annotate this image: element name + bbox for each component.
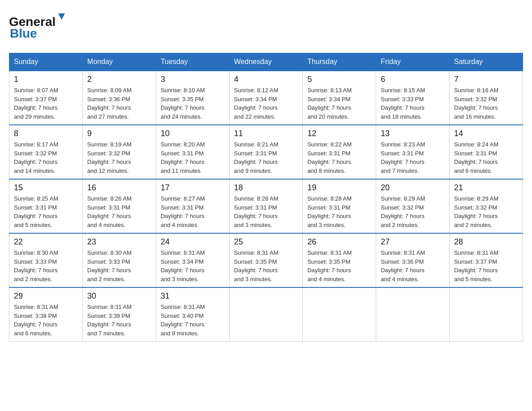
week-row-4: 22 Sunrise: 8:30 AM Sunset: 3:33 PM Dayl… <box>9 233 523 287</box>
calendar-cell: 16 Sunrise: 8:26 AM Sunset: 3:31 PM Dayl… <box>82 179 156 233</box>
day-number: 21 <box>454 183 518 193</box>
day-number: 7 <box>454 75 518 84</box>
day-number: 20 <box>381 183 445 193</box>
day-info: Sunrise: 8:22 AM Sunset: 3:31 PM Dayligh… <box>307 140 371 175</box>
day-info: Sunrise: 8:28 AM Sunset: 3:31 PM Dayligh… <box>307 194 371 229</box>
day-number: 30 <box>87 291 151 301</box>
day-number: 19 <box>307 183 371 193</box>
day-number: 4 <box>234 75 298 84</box>
day-info: Sunrise: 8:13 AM Sunset: 3:34 PM Dayligh… <box>307 86 371 121</box>
day-number: 3 <box>161 75 225 84</box>
calendar-cell: 19 Sunrise: 8:28 AM Sunset: 3:31 PM Dayl… <box>303 179 376 233</box>
day-number: 28 <box>454 237 518 247</box>
day-number: 24 <box>161 237 225 247</box>
calendar-cell: 6 Sunrise: 8:15 AM Sunset: 3:33 PM Dayli… <box>376 71 450 125</box>
day-info: Sunrise: 8:30 AM Sunset: 3:33 PM Dayligh… <box>87 248 151 283</box>
day-number: 18 <box>234 183 298 193</box>
day-info: Sunrise: 8:17 AM Sunset: 3:32 PM Dayligh… <box>14 140 78 175</box>
day-info: Sunrise: 8:31 AM Sunset: 3:35 PM Dayligh… <box>234 248 298 283</box>
day-info: Sunrise: 8:26 AM Sunset: 3:31 PM Dayligh… <box>87 194 151 229</box>
page-header: General Blue <box>9 9 523 44</box>
day-info: Sunrise: 8:31 AM Sunset: 3:37 PM Dayligh… <box>454 248 518 283</box>
day-number: 16 <box>87 183 151 193</box>
calendar-cell: 18 Sunrise: 8:28 AM Sunset: 3:31 PM Dayl… <box>229 179 303 233</box>
calendar-cell: 27 Sunrise: 8:31 AM Sunset: 3:36 PM Dayl… <box>376 233 450 287</box>
calendar-cell <box>376 287 450 342</box>
calendar-cell <box>303 287 376 342</box>
day-number: 29 <box>14 291 78 301</box>
day-number: 17 <box>161 183 225 193</box>
day-number: 6 <box>381 75 445 84</box>
weekday-friday: Friday <box>376 53 450 71</box>
day-number: 27 <box>381 237 445 247</box>
day-info: Sunrise: 8:19 AM Sunset: 3:32 PM Dayligh… <box>87 140 151 175</box>
day-number: 5 <box>307 75 371 84</box>
day-number: 15 <box>14 183 78 193</box>
calendar-cell: 5 Sunrise: 8:13 AM Sunset: 3:34 PM Dayli… <box>303 71 376 125</box>
calendar-cell: 1 Sunrise: 8:07 AM Sunset: 3:37 PM Dayli… <box>9 71 83 125</box>
weekday-saturday: Saturday <box>450 53 523 71</box>
weekday-thursday: Thursday <box>303 53 376 71</box>
day-number: 1 <box>14 75 78 84</box>
calendar-cell: 17 Sunrise: 8:27 AM Sunset: 3:31 PM Dayl… <box>156 179 229 233</box>
day-info: Sunrise: 8:16 AM Sunset: 3:32 PM Dayligh… <box>454 86 518 121</box>
weekday-sunday: Sunday <box>9 53 83 71</box>
day-number: 9 <box>87 129 151 138</box>
weekday-monday: Monday <box>82 53 156 71</box>
day-number: 12 <box>307 129 371 138</box>
week-row-2: 8 Sunrise: 8:17 AM Sunset: 3:32 PM Dayli… <box>9 125 523 179</box>
day-info: Sunrise: 8:27 AM Sunset: 3:31 PM Dayligh… <box>161 194 225 229</box>
calendar-cell: 11 Sunrise: 8:21 AM Sunset: 3:31 PM Dayl… <box>229 125 303 179</box>
calendar-cell: 4 Sunrise: 8:12 AM Sunset: 3:34 PM Dayli… <box>229 71 303 125</box>
day-number: 14 <box>454 129 518 138</box>
day-info: Sunrise: 8:20 AM Sunset: 3:31 PM Dayligh… <box>161 140 225 175</box>
day-number: 13 <box>381 129 445 138</box>
week-row-5: 29 Sunrise: 8:31 AM Sunset: 3:38 PM Dayl… <box>9 287 523 342</box>
calendar-cell: 7 Sunrise: 8:16 AM Sunset: 3:32 PM Dayli… <box>450 71 523 125</box>
calendar-cell: 10 Sunrise: 8:20 AM Sunset: 3:31 PM Dayl… <box>156 125 229 179</box>
day-info: Sunrise: 8:29 AM Sunset: 3:32 PM Dayligh… <box>454 194 518 229</box>
day-number: 26 <box>307 237 371 247</box>
calendar-cell: 9 Sunrise: 8:19 AM Sunset: 3:32 PM Dayli… <box>82 125 156 179</box>
calendar-cell: 26 Sunrise: 8:31 AM Sunset: 3:35 PM Dayl… <box>303 233 376 287</box>
logo: General Blue <box>9 9 67 44</box>
day-info: Sunrise: 8:28 AM Sunset: 3:31 PM Dayligh… <box>234 194 298 229</box>
calendar-cell: 15 Sunrise: 8:25 AM Sunset: 3:31 PM Dayl… <box>9 179 83 233</box>
calendar-cell: 8 Sunrise: 8:17 AM Sunset: 3:32 PM Dayli… <box>9 125 83 179</box>
day-info: Sunrise: 8:07 AM Sunset: 3:37 PM Dayligh… <box>14 86 78 121</box>
calendar-cell: 25 Sunrise: 8:31 AM Sunset: 3:35 PM Dayl… <box>229 233 303 287</box>
calendar-cell <box>450 287 523 342</box>
weekday-header-row: SundayMondayTuesdayWednesdayThursdayFrid… <box>9 53 523 71</box>
day-info: Sunrise: 8:15 AM Sunset: 3:33 PM Dayligh… <box>381 86 445 121</box>
calendar-cell: 3 Sunrise: 8:10 AM Sunset: 3:35 PM Dayli… <box>156 71 229 125</box>
calendar-cell: 28 Sunrise: 8:31 AM Sunset: 3:37 PM Dayl… <box>450 233 523 287</box>
day-number: 2 <box>87 75 151 84</box>
day-info: Sunrise: 8:30 AM Sunset: 3:33 PM Dayligh… <box>14 248 78 283</box>
svg-marker-1 <box>58 13 65 20</box>
day-number: 8 <box>14 129 78 138</box>
day-info: Sunrise: 8:31 AM Sunset: 3:39 PM Dayligh… <box>87 303 151 338</box>
calendar-cell <box>229 287 303 342</box>
calendar-cell: 30 Sunrise: 8:31 AM Sunset: 3:39 PM Dayl… <box>82 287 156 342</box>
day-number: 22 <box>14 237 78 247</box>
day-info: Sunrise: 8:31 AM Sunset: 3:35 PM Dayligh… <box>307 248 371 283</box>
day-info: Sunrise: 8:31 AM Sunset: 3:36 PM Dayligh… <box>381 248 445 283</box>
day-number: 11 <box>234 129 298 138</box>
weekday-tuesday: Tuesday <box>156 53 229 71</box>
weekday-wednesday: Wednesday <box>229 53 303 71</box>
day-info: Sunrise: 8:29 AM Sunset: 3:32 PM Dayligh… <box>381 194 445 229</box>
calendar-cell: 31 Sunrise: 8:31 AM Sunset: 3:40 PM Dayl… <box>156 287 229 342</box>
day-number: 23 <box>87 237 151 247</box>
calendar-cell: 20 Sunrise: 8:29 AM Sunset: 3:32 PM Dayl… <box>376 179 450 233</box>
day-info: Sunrise: 8:24 AM Sunset: 3:31 PM Dayligh… <box>454 140 518 175</box>
day-number: 25 <box>234 237 298 247</box>
calendar-cell: 23 Sunrise: 8:30 AM Sunset: 3:33 PM Dayl… <box>82 233 156 287</box>
day-info: Sunrise: 8:31 AM Sunset: 3:40 PM Dayligh… <box>161 303 225 338</box>
day-number: 10 <box>161 129 225 138</box>
week-row-1: 1 Sunrise: 8:07 AM Sunset: 3:37 PM Dayli… <box>9 71 523 125</box>
calendar-body: 1 Sunrise: 8:07 AM Sunset: 3:37 PM Dayli… <box>9 71 523 342</box>
day-info: Sunrise: 8:10 AM Sunset: 3:35 PM Dayligh… <box>161 86 225 121</box>
week-row-3: 15 Sunrise: 8:25 AM Sunset: 3:31 PM Dayl… <box>9 179 523 233</box>
calendar-cell: 29 Sunrise: 8:31 AM Sunset: 3:38 PM Dayl… <box>9 287 83 342</box>
day-info: Sunrise: 8:09 AM Sunset: 3:36 PM Dayligh… <box>87 86 151 121</box>
